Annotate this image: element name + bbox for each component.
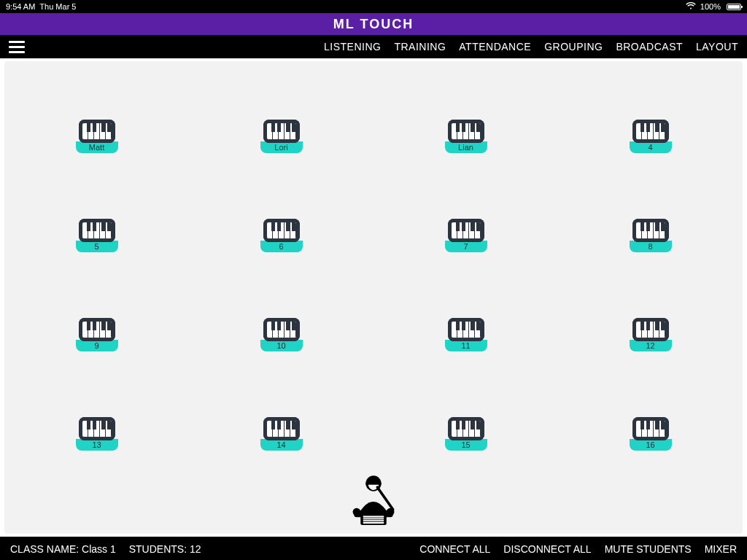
station-label: 8 [630, 241, 672, 252]
student-station[interactable]: 15 [445, 417, 487, 451]
title-bar: ML TOUCH [0, 13, 747, 35]
nav-grouping[interactable]: GROUPING [544, 41, 603, 52]
student-station[interactable]: 4 [630, 120, 672, 153]
station-label: 10 [260, 340, 303, 351]
nav-layout[interactable]: LAYOUT [696, 41, 738, 52]
station-label: 9 [76, 340, 118, 351]
nav-bar: LISTENING TRAINING ATTENDANCE GROUPING B… [0, 35, 747, 58]
piano-icon [79, 219, 115, 242]
students-count: STUDENTS: 12 [129, 543, 201, 555]
station-label: 14 [260, 439, 303, 451]
nav-broadcast[interactable]: BROADCAST [616, 41, 683, 52]
piano-icon [263, 120, 300, 143]
nav-listening[interactable]: LISTENING [324, 41, 381, 52]
piano-icon [79, 120, 115, 143]
station-label: Lian [445, 141, 487, 153]
conductor-icon[interactable] [341, 472, 406, 530]
class-name: CLASS NAME: Class 1 [10, 543, 116, 555]
station-label: 4 [630, 141, 672, 153]
piano-icon [448, 318, 484, 341]
student-station[interactable]: 9 [76, 318, 118, 351]
piano-icon [263, 219, 300, 242]
battery-icon [727, 4, 741, 10]
student-station[interactable]: 5 [76, 219, 118, 252]
piano-icon [632, 318, 669, 341]
classroom-canvas[interactable]: MattLoriLian45678910111213141516 [4, 61, 743, 534]
status-bar: 9:54 AM Thu Mar 5 100% [0, 0, 747, 13]
student-station[interactable]: Matt [76, 120, 118, 153]
footer-bar: CLASS NAME: Class 1 STUDENTS: 12 CONNECT… [0, 537, 747, 560]
piano-icon [448, 120, 484, 143]
student-station[interactable]: 16 [630, 417, 672, 451]
battery-percent: 100% [700, 2, 721, 11]
student-station[interactable]: Lian [445, 120, 487, 153]
station-label: 6 [260, 241, 303, 252]
student-station[interactable]: 13 [76, 417, 118, 451]
svg-point-10 [387, 508, 395, 516]
student-station[interactable]: Lori [260, 120, 303, 153]
station-label: 16 [630, 439, 672, 451]
student-station[interactable]: 12 [630, 318, 672, 351]
status-date: Thu Mar 5 [39, 2, 76, 11]
student-station[interactable]: 11 [445, 318, 487, 351]
station-label: 5 [76, 241, 118, 252]
piano-icon [263, 318, 300, 341]
piano-icon [632, 219, 669, 242]
menu-icon[interactable] [9, 41, 25, 53]
station-label: 15 [445, 439, 487, 451]
connect-all-button[interactable]: CONNECT ALL [419, 543, 490, 555]
wifi-icon [686, 2, 696, 11]
piano-icon [448, 417, 484, 440]
app-title: ML TOUCH [333, 17, 414, 32]
station-label: Lori [260, 141, 303, 153]
student-station[interactable]: 14 [260, 417, 303, 451]
svg-point-9 [353, 508, 361, 516]
mixer-button[interactable]: MIXER [705, 543, 737, 555]
piano-icon [448, 219, 484, 242]
status-time: 9:54 AM [6, 2, 35, 11]
nav-attendance[interactable]: ATTENDANCE [459, 41, 531, 52]
nav-training[interactable]: TRAINING [394, 41, 446, 52]
student-station[interactable]: 8 [630, 219, 672, 252]
piano-icon [632, 120, 669, 143]
student-station[interactable]: 10 [260, 318, 303, 351]
mute-students-button[interactable]: MUTE STUDENTS [605, 543, 692, 555]
station-label: 12 [630, 340, 672, 351]
student-station[interactable]: 7 [445, 219, 487, 252]
piano-icon [632, 417, 669, 440]
station-label: Matt [76, 141, 118, 153]
student-station[interactable]: 6 [260, 219, 303, 252]
piano-icon [79, 318, 115, 341]
station-label: 11 [445, 340, 487, 351]
station-label: 13 [76, 439, 118, 451]
piano-icon [79, 417, 115, 440]
piano-icon [263, 417, 300, 440]
disconnect-all-button[interactable]: DISCONNECT ALL [503, 543, 591, 555]
station-label: 7 [445, 241, 487, 252]
